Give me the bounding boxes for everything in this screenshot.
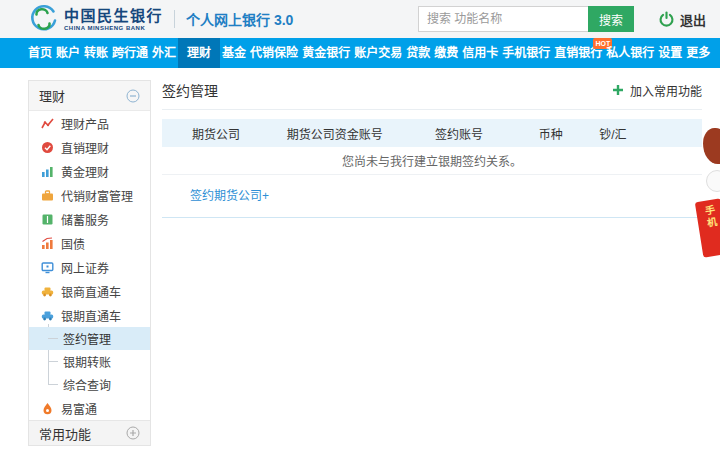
book-icon [41,213,54,226]
sidebar-subitem-label: 银期转账 [63,353,111,370]
header-divider [174,10,175,28]
promo-floater-ring-icon[interactable] [706,170,720,192]
nav-item-credit-card[interactable]: 信用卡 [460,38,500,68]
sidebar-footer-title: 常用功能 [39,424,91,443]
add-to-favorites-label: 加入常用功能 [630,82,702,99]
sidebar-title: 理财 [39,86,65,105]
sidebar-footer-common-functions[interactable]: 常用功能 [29,420,150,445]
main-content: 签约管理 加入常用功能 期货公司 期货公司资金账号 签约账号 币种 钞/汇 您尚… [162,80,702,218]
add-to-favorites-button[interactable]: 加入常用功能 [612,82,702,99]
bank-name-en: CHINA MINSHENG BANK [64,25,163,31]
sidebar-subitem-bank-futures-transfer[interactable]: 银期转账 [29,350,150,373]
sidebar-item-online-securities[interactable]: 网上证券 [29,255,150,279]
logout-button[interactable]: 退出 [658,10,706,29]
nav-item-settings[interactable]: 设置 [656,38,684,68]
minsheng-logo-icon [28,4,58,34]
nav-item-account-trade[interactable]: 账户交易 [352,38,404,68]
line-chart-icon [41,117,54,130]
sidebar-subitem-comprehensive-query[interactable]: 综合查询 [29,373,150,396]
nav-item-interbank[interactable]: 跨行通 [110,38,150,68]
sidebar-item-treasury-bonds[interactable]: 国债 [29,231,150,255]
mobile-promo-label: 手机 [701,204,720,230]
page-title: 签约管理 [162,80,218,100]
nav-item-forex[interactable]: 外汇 [150,38,178,68]
monitor-icon [41,261,54,274]
plus-icon [612,84,624,96]
sidebar-item-wealth-products[interactable]: 理财产品 [29,111,150,135]
nav-item-wealth[interactable]: 理财 [178,38,220,68]
sidebar-item-bank-merchant-express[interactable]: 银商直通车 [29,279,150,303]
sidebar-item-savings-services[interactable]: 储蓄服务 [29,207,150,231]
nav-item-gold-bank[interactable]: 黄金银行 [300,38,352,68]
column-header-futures-fund-account: 期货公司资金账号 [270,125,400,142]
sidebar-item-yifutong[interactable]: 易富通 [29,396,150,420]
nav-item-funds[interactable]: 基金 [220,38,248,68]
sidebar-item-label: 直销理财 [61,139,109,156]
empty-message: 您尚未与我行建立银期签约关系。 [342,152,522,169]
nav-item-insurance[interactable]: 代销保险 [248,38,300,68]
sidebar-item-label: 国债 [61,235,85,252]
car-icon [41,285,54,298]
sidebar: 理财 理财产品 直销理财 [28,80,151,446]
search-input[interactable] [418,6,588,32]
sidebar-header[interactable]: 理财 [29,81,150,111]
sidebar-item-label: 银期直通车 [61,307,121,324]
nav-item-accounts[interactable]: 账户 [54,38,82,68]
seal-icon [41,141,54,154]
bar-chart-icon [41,165,54,178]
logout-label: 退出 [680,10,706,29]
sidebar-item-label: 网上证券 [61,259,109,276]
bank-logo: 中国民生银行 CHINA MINSHENG BANK [28,4,163,34]
sidebar-subitem-label: 签约管理 [63,330,111,347]
sidebar-item-agency-wealth[interactable]: 代销财富管理 [29,183,150,207]
sidebar-item-label: 理财产品 [61,115,109,132]
collapse-minus-icon[interactable] [126,89,140,103]
sidebar-subitem-label: 综合查询 [63,376,111,393]
nav-item-bill-pay[interactable]: 缴费 [432,38,460,68]
table-header-row: 期货公司 期货公司资金账号 签约账号 币种 钞/汇 [162,119,702,147]
sidebar-item-gold-wealth[interactable]: 黄金理财 [29,159,150,183]
bond-chart-icon [41,237,54,250]
main-header: 签约管理 加入常用功能 [162,80,702,110]
sign-futures-company-link[interactable]: 签约期货公司+ [190,189,269,203]
nav-item-direct-banking[interactable]: 直销银行 HOT [552,38,604,68]
promo-floater-icon[interactable] [703,128,720,164]
sidebar-subtree-bank-futures: 签约管理 银期转账 综合查询 [29,327,150,396]
nav-item-home[interactable]: 首页 [26,38,54,68]
main-nav: 首页 账户 转账 跨行通 外汇 理财 基金 代销保险 黄金银行 账户交易 贷款 … [0,38,720,68]
table-empty-row: 您尚未与我行建立银期签约关系。 [162,147,702,175]
nav-item-more[interactable]: 更多 [684,38,712,68]
column-header-futures-company: 期货公司 [162,125,270,142]
sidebar-item-label: 代销财富管理 [61,187,133,204]
sidebar-subitem-signing-management[interactable]: 签约管理 [29,327,150,350]
sidebar-item-direct-wealth[interactable]: 直销理财 [29,135,150,159]
column-header-cash-exchange: 钞/汇 [583,125,642,142]
product-name: 个人网上银行 3.0 [186,9,293,29]
flame-icon [41,402,54,415]
briefcase-icon [41,189,54,202]
sidebar-item-label: 黄金理财 [61,163,109,180]
sign-company-row: 签约期货公司+ [162,175,702,218]
power-icon [658,11,675,28]
sidebar-item-label: 储蓄服务 [61,211,109,228]
expand-plus-icon[interactable] [126,426,140,440]
nav-item-loans[interactable]: 贷款 [404,38,432,68]
column-header-currency: 币种 [518,125,583,142]
bus-icon [41,309,54,322]
bank-name: 中国民生银行 [64,8,163,23]
nav-item-mobile-banking[interactable]: 手机银行 [500,38,552,68]
mobile-banking-promo-flag[interactable]: 手机 [695,198,720,257]
sidebar-item-label: 银商直通车 [61,283,121,300]
search-button[interactable]: 搜索 [588,6,634,32]
sidebar-item-label: 易富通 [61,400,97,417]
nav-item-transfer[interactable]: 转账 [82,38,110,68]
header: 中国民生银行 CHINA MINSHENG BANK 个人网上银行 3.0 搜索… [0,0,720,38]
search-box: 搜索 [418,6,634,32]
nav-item-private-banking[interactable]: 私人银行 [604,38,656,68]
column-header-signing-account: 签约账号 [400,125,519,142]
